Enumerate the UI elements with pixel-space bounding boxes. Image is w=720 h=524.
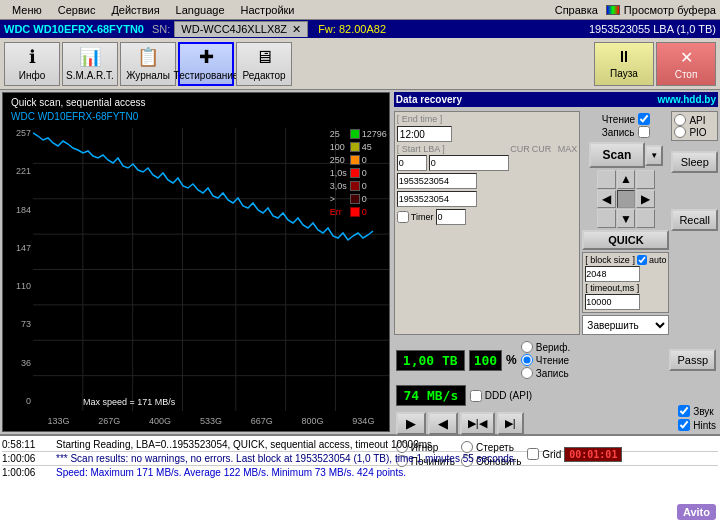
time-lba-panel: [ End time ] [ Start LBA ] CUR CUR MAX xyxy=(394,111,581,335)
menu-service[interactable]: Сервис xyxy=(50,3,104,17)
info-icon: ℹ xyxy=(29,46,36,68)
dir-down-left[interactable] xyxy=(597,209,616,228)
end-lba-cur: CUR xyxy=(532,144,556,154)
band-color-25 xyxy=(350,129,360,139)
spacer1 xyxy=(671,144,718,148)
dir-up-left[interactable] xyxy=(597,170,616,189)
timer-input[interactable] xyxy=(436,209,466,225)
band-color-250 xyxy=(350,155,360,165)
block-size-panel: [ block size ] auto [ timeout,ms ] xyxy=(582,252,669,313)
scan-button[interactable]: Scan xyxy=(589,142,646,168)
hints-checkbox[interactable] xyxy=(678,419,690,431)
x-label-0: 133G xyxy=(47,416,69,426)
menu-actions[interactable]: Действия xyxy=(103,3,167,17)
read-checkbox[interactable] xyxy=(638,113,650,125)
avito-text: Avito xyxy=(683,506,710,518)
back-start-button[interactable]: ▶|◀ xyxy=(460,412,495,435)
back-button[interactable]: ◀ xyxy=(428,412,458,435)
sound-checkbox[interactable] xyxy=(678,405,690,417)
x-axis: 133G 267G 400G 533G 667G 800G 934G xyxy=(33,411,389,431)
block-size-input[interactable] xyxy=(585,266,640,282)
verif-row: Вериф. xyxy=(521,341,570,353)
mode-radios: Вериф. Чтение Запись xyxy=(521,341,570,379)
toolbar-logs-button[interactable]: 📋 Журналы xyxy=(120,42,176,86)
pio-radio[interactable] xyxy=(674,126,686,138)
y-label-4: 110 xyxy=(5,281,31,291)
logs-icon: 📋 xyxy=(137,46,159,68)
api-radio[interactable] xyxy=(674,114,686,126)
menu-language[interactable]: Language xyxy=(168,3,233,17)
graph-title: Quick scan, sequential access xyxy=(11,97,146,108)
start-lba-label: [ Start LBA ] xyxy=(397,144,445,154)
pause-button[interactable]: ⏸ Пауза xyxy=(594,42,654,86)
forward-end-button[interactable]: ▶| xyxy=(497,412,524,435)
write-mode-radio[interactable] xyxy=(521,367,533,379)
end-lba-input[interactable] xyxy=(397,173,477,189)
top-controls: [ End time ] [ Start LBA ] CUR CUR MAX xyxy=(394,111,718,335)
recall-button[interactable]: Recall xyxy=(671,209,718,231)
drive-close-icon[interactable]: ✕ xyxy=(292,23,301,35)
erase-radio[interactable] xyxy=(461,441,473,453)
band-val-100: 45 xyxy=(362,142,372,152)
scan-dropdown-arrow[interactable]: ▼ xyxy=(645,145,663,166)
playback-controls: ▶ ◀ ▶|◀ ▶| xyxy=(394,410,718,437)
menu-help[interactable]: Справка xyxy=(547,3,606,17)
timeout-input[interactable] xyxy=(585,294,640,310)
graph-area: 257 221 184 147 110 73 36 0 Quick scan, … xyxy=(2,92,390,432)
menu-settings[interactable]: Настройки xyxy=(233,3,303,17)
sleep-button[interactable]: Sleep xyxy=(671,151,718,173)
passp-button[interactable]: Passp xyxy=(669,349,716,371)
band-label-1s: 1,0s xyxy=(330,167,347,179)
drive-tab[interactable]: WD-WCC4J6XLLX8Z ✕ xyxy=(174,21,308,37)
dir-up-right[interactable] xyxy=(636,170,655,189)
cur-label: CUR xyxy=(510,144,530,154)
dir-up[interactable]: ▲ xyxy=(617,170,636,189)
preview-label: Просмотр буфера xyxy=(624,4,716,16)
x-label-4: 667G xyxy=(251,416,273,426)
toolbar-info-button[interactable]: ℹ Инфо xyxy=(4,42,60,86)
quick-button[interactable]: QUICK xyxy=(582,230,669,250)
x-label-6: 934G xyxy=(352,416,374,426)
menu-menu[interactable]: Меню xyxy=(4,3,50,17)
auto-checkbox[interactable] xyxy=(637,255,647,265)
band-25: 12796 xyxy=(350,128,387,140)
start-lba-cur-input[interactable] xyxy=(397,155,427,171)
timer-display: 00:01:01 xyxy=(564,447,622,462)
pct-display: 100 xyxy=(469,350,502,371)
dir-down-right[interactable] xyxy=(636,209,655,228)
ddd-row: DDD (API) xyxy=(470,390,532,402)
start-lba-val-input[interactable] xyxy=(429,155,509,171)
stop-button[interactable]: ✕ Стоп xyxy=(656,42,716,86)
rw-checkboxes: Чтение Запись xyxy=(600,111,652,140)
play-button[interactable]: ▶ xyxy=(396,412,426,435)
toolbar-editor-button[interactable]: 🖥 Редактор xyxy=(236,42,292,86)
ddd-checkbox[interactable] xyxy=(470,390,482,402)
x-label-1: 267G xyxy=(98,416,120,426)
verif-label: Вериф. xyxy=(536,342,570,353)
verif-radio[interactable] xyxy=(521,341,533,353)
timeout-label: [ timeout,ms ] xyxy=(585,283,639,293)
preview-buffer[interactable]: Просмотр буфера xyxy=(606,4,716,16)
end-lba2-input[interactable] xyxy=(397,191,477,207)
toolbar-test-button[interactable]: ✚ Тестирование xyxy=(178,42,234,86)
scan-button-row: Scan ▼ xyxy=(589,142,664,168)
write-checkbox[interactable] xyxy=(638,126,650,138)
toolbar-smart-label: S.M.A.R.T. xyxy=(66,70,114,81)
band-label-100: 100 xyxy=(330,141,347,153)
grid-checkbox[interactable] xyxy=(527,448,539,460)
write-mode-label: Запись xyxy=(536,368,569,379)
hints-row: Hints xyxy=(678,419,716,431)
dir-right[interactable]: ▶ xyxy=(636,190,655,209)
toolbar-logs-label: Журналы xyxy=(126,70,170,81)
grid-label: Grid xyxy=(542,449,561,460)
end-time-input[interactable] xyxy=(397,126,452,142)
toolbar-smart-button[interactable]: 📊 S.M.A.R.T. xyxy=(62,42,118,86)
dir-left[interactable]: ◀ xyxy=(597,190,616,209)
speed-row: 74 MB/s DDD (API) xyxy=(394,383,718,408)
sound-hints-panel: Звук Hints xyxy=(678,405,716,431)
finish-select[interactable]: Завершить xyxy=(582,315,669,335)
dir-down[interactable]: ▼ xyxy=(617,209,636,228)
band-val-25: 12796 xyxy=(362,129,387,139)
timer-checkbox[interactable] xyxy=(397,211,409,223)
read-mode-radio[interactable] xyxy=(521,354,533,366)
